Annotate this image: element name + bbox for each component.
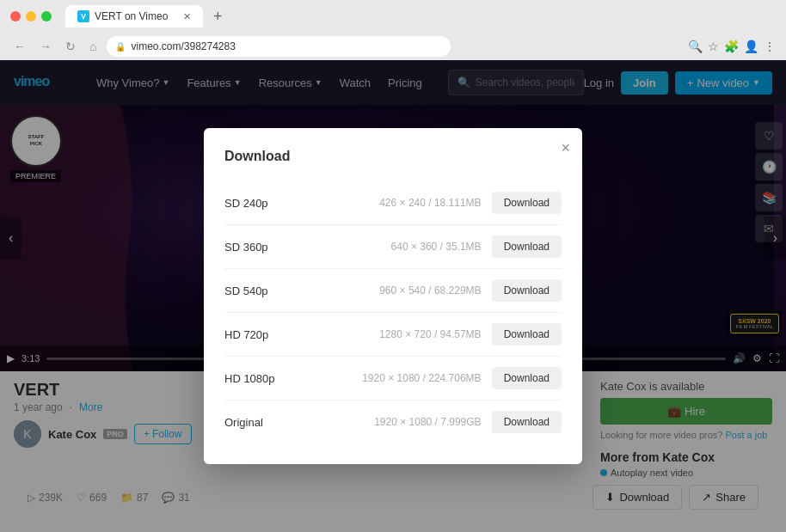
download-row: Original 1920 × 1080 / 7.999GB Download [224, 401, 562, 443]
download-btn-1[interactable]: Download [492, 235, 562, 258]
download-row: SD 540p 960 × 540 / 68.229MB Download [224, 269, 562, 313]
maximize-dot[interactable] [41, 11, 52, 21]
profile-icon-btn[interactable]: 👤 [744, 40, 758, 53]
download-quality-2: SD 540p [224, 284, 379, 297]
download-quality-5: Original [224, 416, 374, 429]
browser-chrome: V VERT on Vimeo ✕ + ← → ↻ ⌂ 🔒 vimeo.com/… [0, 0, 786, 60]
tab-close-button[interactable]: ✕ [183, 11, 191, 22]
menu-icon-btn[interactable]: ⋮ [764, 40, 776, 53]
download-btn-3[interactable]: Download [492, 323, 562, 345]
download-btn-2[interactable]: Download [492, 279, 562, 302]
download-row: SD 240p 426 × 240 / 18.111MB Download [224, 181, 562, 225]
download-info-1: 640 × 360 / 35.1MB [391, 241, 482, 253]
download-row: HD 720p 1280 × 720 / 94.57MB Download [224, 313, 562, 357]
download-btn-4[interactable]: Download [492, 367, 562, 389]
extensions-icon-btn[interactable]: 🧩 [724, 40, 739, 53]
download-info-0: 426 × 240 / 18.111MB [379, 197, 481, 209]
new-tab-button[interactable]: + [213, 8, 223, 26]
browser-dots [10, 11, 52, 21]
modal-overlay: Download × SD 240p 426 × 240 / 18.111MB … [0, 60, 786, 532]
close-dot[interactable] [10, 11, 21, 21]
download-quality-1: SD 360p [224, 241, 391, 254]
download-info-4: 1920 × 1080 / 224.706MB [362, 372, 481, 384]
search-icon-btn[interactable]: 🔍 [688, 40, 703, 53]
modal-title: Download [224, 149, 562, 164]
modal-close-button[interactable]: × [561, 140, 570, 156]
back-button[interactable]: ← [10, 38, 29, 55]
bookmark-icon-btn[interactable]: ☆ [708, 40, 719, 53]
download-row: HD 1080p 1920 × 1080 / 224.706MB Downloa… [224, 357, 562, 401]
browser-titlebar: V VERT on Vimeo ✕ + [0, 0, 786, 33]
refresh-button[interactable]: ↻ [62, 38, 79, 55]
download-info-2: 960 × 540 / 68.229MB [379, 284, 481, 297]
download-modal: Download × SD 240p 426 × 240 / 18.111MB … [204, 128, 582, 464]
tab-title: VERT on Vimeo [95, 10, 168, 22]
address-bar[interactable]: 🔒 vimeo.com/398274283 [107, 36, 451, 57]
download-info-5: 1920 × 1080 / 7.999GB [374, 416, 481, 428]
tab-favicon: V [77, 10, 89, 22]
download-quality-0: SD 240p [224, 197, 379, 210]
browser-addressbar: ← → ↻ ⌂ 🔒 vimeo.com/398274283 🔍 ☆ 🧩 👤 ⋮ [0, 33, 786, 60]
download-btn-0[interactable]: Download [492, 192, 562, 214]
home-button[interactable]: ⌂ [86, 38, 100, 55]
lock-icon: 🔒 [115, 42, 126, 52]
download-btn-5[interactable]: Download [492, 411, 562, 433]
download-row: SD 360p 640 × 360 / 35.1MB Download [224, 225, 562, 269]
url-text: vimeo.com/398274283 [131, 40, 235, 52]
download-info-3: 1280 × 720 / 94.57MB [379, 328, 481, 340]
download-quality-4: HD 1080p [224, 372, 362, 385]
download-quality-3: HD 720p [224, 328, 379, 341]
download-rows-container: SD 240p 426 × 240 / 18.111MB Download SD… [224, 181, 562, 443]
vimeo-page: vimeo Why Vimeo? ▼ Features ▼ Resources … [0, 60, 786, 532]
minimize-dot[interactable] [26, 11, 36, 21]
browser-tab-active[interactable]: V VERT on Vimeo ✕ [65, 5, 203, 28]
forward-button[interactable]: → [36, 38, 55, 55]
browser-actions: 🔍 ☆ 🧩 👤 ⋮ [688, 40, 776, 53]
